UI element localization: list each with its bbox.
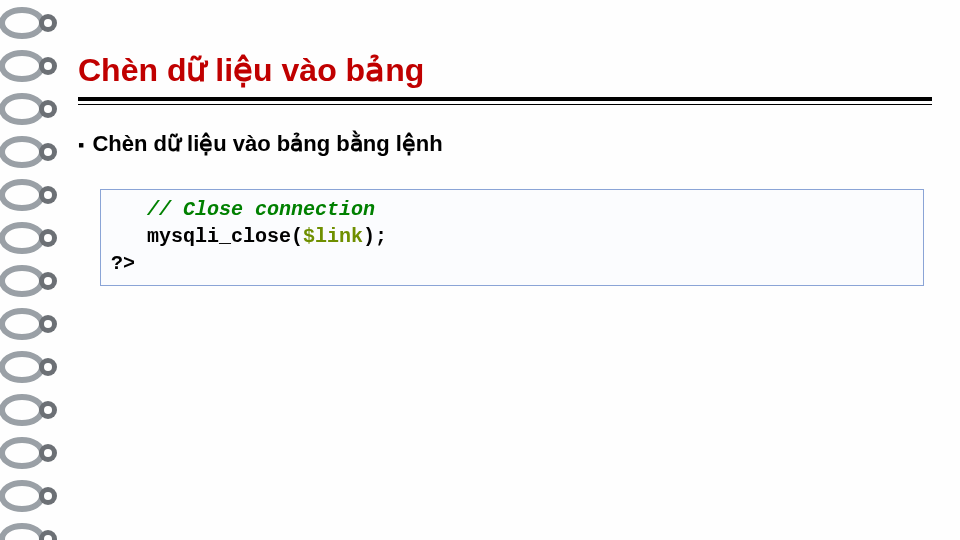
bullet-marker: ▪: [78, 135, 84, 156]
code-indent: [111, 225, 147, 248]
svg-point-36: [2, 526, 42, 540]
spiral-ring: [0, 307, 62, 341]
spiral-ring: [0, 264, 62, 298]
title-rule-thick: [78, 97, 932, 101]
spiral-binding: [0, 0, 62, 540]
spiral-ring: [0, 221, 62, 255]
spiral-ring: [0, 92, 62, 126]
svg-point-14: [44, 191, 52, 199]
svg-point-23: [44, 320, 52, 328]
code-var: $link: [303, 225, 363, 248]
bullet-text: Chèn dữ liệu vào bảng bằng lệnh: [92, 131, 442, 157]
code-close-paren: );: [363, 225, 387, 248]
code-block: // Close connection mysqli_close($link);…: [100, 189, 924, 286]
slide-title: Chèn dữ liệu vào bảng: [78, 52, 932, 95]
spiral-ring: [0, 178, 62, 212]
spiral-ring: [0, 436, 62, 470]
svg-point-21: [2, 311, 42, 337]
title-rule-thin: [78, 104, 932, 105]
bullet-lead: Chèn dữ liệu vào bảng: [92, 131, 336, 156]
svg-point-30: [2, 440, 42, 466]
spiral-ring: [0, 6, 62, 40]
code-fn: mysqli_close: [147, 225, 291, 248]
svg-point-18: [2, 268, 42, 294]
code-comment: // Close connection: [147, 198, 375, 221]
spiral-ring: [0, 479, 62, 513]
svg-point-12: [2, 182, 42, 208]
spiral-ring: [0, 49, 62, 83]
svg-point-27: [2, 397, 42, 423]
bullet-item: ▪ Chèn dữ liệu vào bảng bằng lệnh: [78, 131, 932, 157]
slide-body: ▪ Chèn dữ liệu vào bảng bằng lệnh // Clo…: [78, 131, 932, 286]
svg-point-26: [44, 363, 52, 371]
svg-point-9: [2, 139, 42, 165]
svg-point-11: [44, 148, 52, 156]
svg-point-5: [44, 62, 52, 70]
spiral-ring: [0, 522, 62, 540]
svg-point-24: [2, 354, 42, 380]
svg-point-20: [44, 277, 52, 285]
svg-point-6: [2, 96, 42, 122]
code-indent: [111, 198, 147, 221]
slide-content: Chèn dữ liệu vào bảng ▪ Chèn dữ liệu vào…: [78, 52, 932, 286]
spiral-ring: [0, 393, 62, 427]
bullet-accent: bằng lệnh: [336, 131, 442, 156]
svg-point-29: [44, 406, 52, 414]
svg-point-35: [44, 492, 52, 500]
spiral-ring: [0, 135, 62, 169]
svg-point-3: [2, 53, 42, 79]
svg-point-8: [44, 105, 52, 113]
spiral-ring: [0, 350, 62, 384]
svg-point-2: [44, 19, 52, 27]
svg-point-32: [44, 449, 52, 457]
svg-point-17: [44, 234, 52, 242]
svg-point-33: [2, 483, 42, 509]
code-open-paren: (: [291, 225, 303, 248]
code-php-end: ?>: [111, 252, 135, 275]
svg-point-0: [2, 10, 42, 36]
svg-point-15: [2, 225, 42, 251]
